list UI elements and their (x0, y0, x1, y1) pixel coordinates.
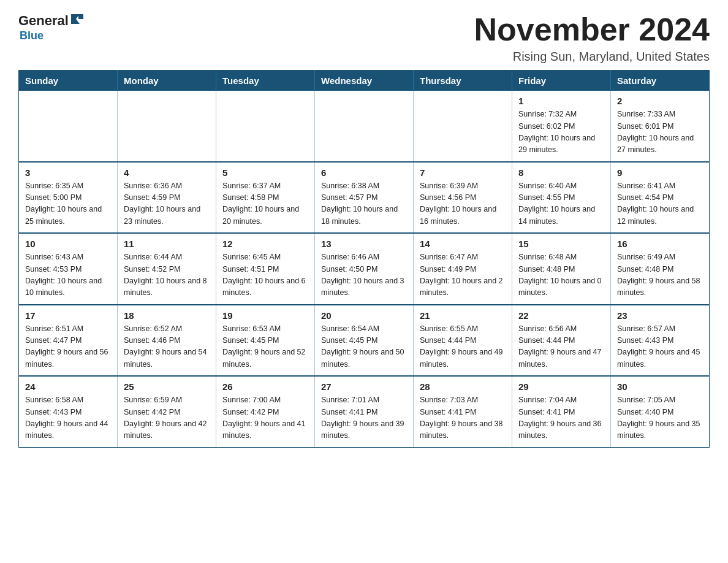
month-title: November 2024 (474, 12, 710, 47)
header-day-saturday: Saturday (611, 71, 710, 91)
day-number: 25 (124, 381, 210, 392)
calendar-cell: 1Sunrise: 7:32 AM Sunset: 6:02 PM Daylig… (512, 91, 611, 162)
calendar-cell: 26Sunrise: 7:00 AM Sunset: 4:42 PM Dayli… (216, 376, 315, 447)
logo-general: General (18, 13, 69, 29)
week-row-5: 24Sunrise: 6:58 AM Sunset: 4:43 PM Dayli… (19, 376, 710, 447)
day-number: 20 (321, 310, 407, 321)
calendar-cell (19, 91, 118, 162)
calendar-cell: 3Sunrise: 6:35 AM Sunset: 5:00 PM Daylig… (19, 162, 118, 234)
calendar-header: SundayMondayTuesdayWednesdayThursdayFrid… (19, 71, 710, 91)
day-info: Sunrise: 6:37 AM Sunset: 4:58 PM Dayligh… (222, 180, 308, 228)
calendar-cell: 12Sunrise: 6:45 AM Sunset: 4:51 PM Dayli… (216, 233, 315, 305)
day-number: 27 (321, 381, 407, 392)
day-number: 3 (25, 167, 111, 178)
day-info: Sunrise: 6:40 AM Sunset: 4:55 PM Dayligh… (518, 180, 604, 228)
day-info: Sunrise: 6:44 AM Sunset: 4:52 PM Dayligh… (124, 251, 210, 299)
logo-flag-icon (70, 12, 83, 26)
day-number: 16 (617, 239, 703, 249)
day-number: 21 (420, 310, 506, 321)
calendar-cell: 23Sunrise: 6:57 AM Sunset: 4:43 PM Dayli… (611, 305, 710, 377)
calendar-cell: 21Sunrise: 6:55 AM Sunset: 4:44 PM Dayli… (414, 305, 512, 377)
logo-area: General Blue (18, 12, 83, 42)
calendar-cell: 7Sunrise: 6:39 AM Sunset: 4:56 PM Daylig… (414, 162, 512, 234)
location-title: Rising Sun, Maryland, United States (474, 50, 710, 64)
day-info: Sunrise: 7:00 AM Sunset: 4:42 PM Dayligh… (222, 394, 308, 442)
day-info: Sunrise: 6:43 AM Sunset: 4:53 PM Dayligh… (25, 251, 111, 299)
day-info: Sunrise: 6:48 AM Sunset: 4:48 PM Dayligh… (518, 251, 604, 299)
calendar-cell: 17Sunrise: 6:51 AM Sunset: 4:47 PM Dayli… (19, 305, 118, 377)
day-number: 18 (124, 310, 210, 321)
calendar-cell: 11Sunrise: 6:44 AM Sunset: 4:52 PM Dayli… (118, 233, 216, 305)
day-info: Sunrise: 6:41 AM Sunset: 4:54 PM Dayligh… (617, 180, 703, 228)
day-number: 10 (25, 239, 111, 249)
day-number: 24 (25, 381, 111, 392)
calendar-table: SundayMondayTuesdayWednesdayThursdayFrid… (18, 70, 710, 448)
header-row: SundayMondayTuesdayWednesdayThursdayFrid… (19, 71, 710, 91)
header-day-sunday: Sunday (19, 71, 118, 91)
day-info: Sunrise: 6:51 AM Sunset: 4:47 PM Dayligh… (25, 323, 111, 371)
day-number: 19 (222, 310, 308, 321)
week-row-3: 10Sunrise: 6:43 AM Sunset: 4:53 PM Dayli… (19, 233, 710, 305)
week-row-2: 3Sunrise: 6:35 AM Sunset: 5:00 PM Daylig… (19, 162, 710, 234)
day-info: Sunrise: 6:58 AM Sunset: 4:43 PM Dayligh… (25, 394, 111, 442)
day-number: 9 (617, 167, 703, 178)
calendar-cell: 25Sunrise: 6:59 AM Sunset: 4:42 PM Dayli… (118, 376, 216, 447)
day-info: Sunrise: 6:57 AM Sunset: 4:43 PM Dayligh… (617, 323, 703, 371)
day-number: 15 (518, 239, 604, 249)
day-info: Sunrise: 6:39 AM Sunset: 4:56 PM Dayligh… (420, 180, 506, 228)
week-row-4: 17Sunrise: 6:51 AM Sunset: 4:47 PM Dayli… (19, 305, 710, 377)
day-info: Sunrise: 6:38 AM Sunset: 4:57 PM Dayligh… (321, 180, 407, 228)
calendar-cell: 22Sunrise: 6:56 AM Sunset: 4:44 PM Dayli… (512, 305, 611, 377)
day-number: 5 (222, 167, 308, 178)
day-number: 8 (518, 167, 604, 178)
calendar-cell: 19Sunrise: 6:53 AM Sunset: 4:45 PM Dayli… (216, 305, 315, 377)
calendar-cell (216, 91, 315, 162)
day-info: Sunrise: 6:53 AM Sunset: 4:45 PM Dayligh… (222, 323, 308, 371)
day-number: 1 (518, 96, 604, 106)
day-number: 2 (617, 96, 703, 106)
day-number: 14 (420, 239, 506, 249)
logo: General (18, 12, 83, 29)
calendar-cell: 28Sunrise: 7:03 AM Sunset: 4:41 PM Dayli… (414, 376, 512, 447)
calendar-cell: 27Sunrise: 7:01 AM Sunset: 4:41 PM Dayli… (315, 376, 414, 447)
calendar-cell: 13Sunrise: 6:46 AM Sunset: 4:50 PM Dayli… (315, 233, 414, 305)
header-day-friday: Friday (512, 71, 611, 91)
day-info: Sunrise: 7:03 AM Sunset: 4:41 PM Dayligh… (420, 394, 506, 442)
calendar-cell: 6Sunrise: 6:38 AM Sunset: 4:57 PM Daylig… (315, 162, 414, 234)
day-number: 28 (420, 381, 506, 392)
day-number: 6 (321, 167, 407, 178)
day-info: Sunrise: 6:52 AM Sunset: 4:46 PM Dayligh… (124, 323, 210, 371)
day-number: 22 (518, 310, 604, 321)
day-info: Sunrise: 6:59 AM Sunset: 4:42 PM Dayligh… (124, 394, 210, 442)
day-info: Sunrise: 6:45 AM Sunset: 4:51 PM Dayligh… (222, 251, 308, 299)
day-number: 29 (518, 381, 604, 392)
day-number: 23 (617, 310, 703, 321)
day-info: Sunrise: 7:01 AM Sunset: 4:41 PM Dayligh… (321, 394, 407, 442)
day-number: 13 (321, 239, 407, 249)
calendar-cell (118, 91, 216, 162)
header-day-tuesday: Tuesday (216, 71, 315, 91)
calendar-cell: 14Sunrise: 6:47 AM Sunset: 4:49 PM Dayli… (414, 233, 512, 305)
calendar-cell: 4Sunrise: 6:36 AM Sunset: 4:59 PM Daylig… (118, 162, 216, 234)
header-day-monday: Monday (118, 71, 216, 91)
calendar-cell: 29Sunrise: 7:04 AM Sunset: 4:41 PM Dayli… (512, 376, 611, 447)
calendar-body: 1Sunrise: 7:32 AM Sunset: 6:02 PM Daylig… (19, 91, 710, 447)
calendar-cell: 10Sunrise: 6:43 AM Sunset: 4:53 PM Dayli… (19, 233, 118, 305)
day-number: 30 (617, 381, 703, 392)
header-day-thursday: Thursday (414, 71, 512, 91)
day-info: Sunrise: 7:05 AM Sunset: 4:40 PM Dayligh… (617, 394, 703, 442)
day-info: Sunrise: 6:46 AM Sunset: 4:50 PM Dayligh… (321, 251, 407, 299)
day-number: 17 (25, 310, 111, 321)
header: General Blue November 2024 Rising Sun, M… (18, 12, 710, 64)
calendar-cell: 16Sunrise: 6:49 AM Sunset: 4:48 PM Dayli… (611, 233, 710, 305)
calendar-cell: 18Sunrise: 6:52 AM Sunset: 4:46 PM Dayli… (118, 305, 216, 377)
day-info: Sunrise: 7:32 AM Sunset: 6:02 PM Dayligh… (518, 109, 604, 156)
calendar-cell (315, 91, 414, 162)
day-info: Sunrise: 6:49 AM Sunset: 4:48 PM Dayligh… (617, 251, 703, 299)
calendar-cell: 2Sunrise: 7:33 AM Sunset: 6:01 PM Daylig… (611, 91, 710, 162)
day-info: Sunrise: 7:33 AM Sunset: 6:01 PM Dayligh… (617, 109, 703, 156)
day-info: Sunrise: 6:35 AM Sunset: 5:00 PM Dayligh… (25, 180, 111, 228)
calendar-cell: 30Sunrise: 7:05 AM Sunset: 4:40 PM Dayli… (611, 376, 710, 447)
svg-marker-1 (78, 14, 83, 19)
day-info: Sunrise: 6:56 AM Sunset: 4:44 PM Dayligh… (518, 323, 604, 371)
